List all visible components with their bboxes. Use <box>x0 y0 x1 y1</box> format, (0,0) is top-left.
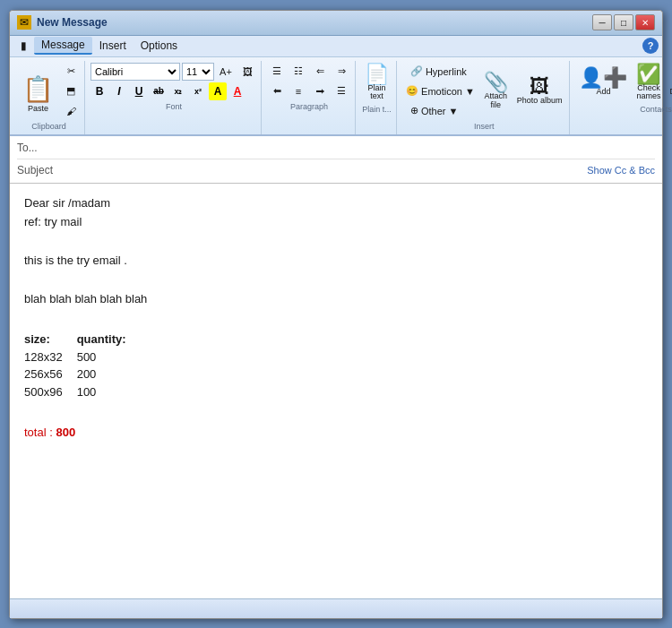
plain-text-group: 📄 Plaintext Plain t... <box>358 61 397 134</box>
qty-cell-2: 200 <box>77 366 141 383</box>
address-area: To... Subject Show Cc & Bcc <box>10 136 662 184</box>
table-row-3: 500x96 100 <box>24 383 141 401</box>
copy-button[interactable]: ⬒ <box>61 82 81 100</box>
subscript-button[interactable]: x₂ <box>169 82 187 100</box>
body-line2: ref: try mail <box>24 213 648 231</box>
paragraph-row1: ☰ ☷ ⇐ ⇒ <box>267 63 351 81</box>
window-controls: ─ □ ✕ <box>592 14 655 30</box>
bold-button[interactable]: B <box>90 82 108 100</box>
status-bar <box>10 598 662 618</box>
numbering-button[interactable]: ☷ <box>289 63 308 81</box>
add-icon: 👤➕ <box>579 68 627 88</box>
insert-group: 🔗 Hyperlink 😊 Emoticon ▼ ⊕ Other ▼ 📎 Att… <box>399 61 570 134</box>
hyperlink-button[interactable]: 🔗 Hyperlink <box>407 63 478 81</box>
quantity-header: quantity: <box>77 331 141 348</box>
size-cell-3: 500x96 <box>24 383 77 401</box>
font-group: Calibri 11 A+ 🖼 B I U ab x₂ x² A A Font <box>87 61 262 134</box>
email-window: ✉ New Message ─ □ ✕ ▮ Message Insert Opt… <box>9 10 663 619</box>
qty-cell-1: 500 <box>77 348 141 366</box>
photo-album-button[interactable]: 🖼 Photo album <box>513 71 566 112</box>
qty-cell-3: 100 <box>77 383 141 401</box>
attach-file-icon: 📎 <box>484 73 508 92</box>
justify-button[interactable]: ☰ <box>332 82 351 100</box>
help-button[interactable]: ? <box>642 38 659 54</box>
check-names-button[interactable]: ✅ Checknames <box>633 63 664 104</box>
insert-row1: 🔗 Hyperlink 😊 Emoticon ▼ ⊕ Other ▼ 📎 Att… <box>402 63 565 120</box>
check-names-icon: ✅ <box>636 65 660 84</box>
body-line4: this is the try email . <box>24 252 648 270</box>
align-right-button[interactable]: ⮕ <box>310 82 330 100</box>
subject-label: Subject <box>17 164 71 176</box>
delivery-button[interactable]: 📬 Delivery <box>666 65 672 100</box>
clipboard-group: 📋 Paste ✂ ⬒ 🖌 Clipboard <box>13 61 85 134</box>
decrease-indent-button[interactable]: ⇐ <box>310 63 330 81</box>
maximize-button[interactable]: □ <box>614 14 633 30</box>
clipboard-label: Clipboard <box>17 122 81 131</box>
options-menu[interactable]: Options <box>134 38 185 54</box>
title-bar: ✉ New Message ─ □ ✕ <box>10 11 662 36</box>
cut-icon: ✂ <box>67 65 75 77</box>
photo-album-icon: 🖼 <box>530 77 549 97</box>
align-center-button[interactable]: ≡ <box>289 82 308 100</box>
file-menu[interactable]: ▮ <box>13 38 34 54</box>
total-line: total : 800 <box>24 424 648 442</box>
add-button[interactable]: 👤➕ Add <box>575 65 631 100</box>
format-painter-button[interactable]: 🖌 <box>61 102 81 120</box>
font-row1: Calibri 11 A+ 🖼 <box>90 63 257 81</box>
align-left-button[interactable]: ⬅ <box>267 82 287 100</box>
size-cell-1: 128x32 <box>24 348 77 366</box>
minimize-button[interactable]: ─ <box>592 14 612 30</box>
font-family-select[interactable]: Calibri <box>90 63 180 81</box>
grow-font-button[interactable]: A+ <box>216 63 236 81</box>
bullets-button[interactable]: ☰ <box>267 63 287 81</box>
paragraph-label: Paragraph <box>267 102 351 111</box>
italic-button[interactable]: I <box>110 82 128 100</box>
table-row-1: 128x32 500 <box>24 348 141 366</box>
paste-button[interactable]: 📋 Paste <box>17 68 59 115</box>
total-label: total : 800 <box>24 426 75 439</box>
font-color-button[interactable]: A <box>228 82 246 100</box>
emoticon-icon: 😊 <box>406 85 418 97</box>
menu-bar: ▮ Message Insert Options ? <box>10 36 662 57</box>
window-title: New Message <box>37 16 592 29</box>
font-group-label: Font <box>90 102 257 111</box>
font-size-select[interactable]: 11 <box>182 63 214 81</box>
increase-indent-button[interactable]: ⇒ <box>332 63 351 81</box>
insert-menu[interactable]: Insert <box>92 38 134 54</box>
paste-label: Paste <box>28 104 48 113</box>
to-row: To... <box>17 138 655 159</box>
picture-insert-button[interactable]: 🖼 <box>237 63 257 81</box>
underline-button[interactable]: U <box>130 82 148 100</box>
message-body[interactable]: Dear sir /madam ref: try mail this is th… <box>10 184 662 598</box>
plain-text-label: Plain t... <box>361 105 392 114</box>
size-table: size: quantity: 128x32 500 256x56 200 50… <box>24 331 141 400</box>
ribbon: 📋 Paste ✂ ⬒ 🖌 Clipboard <box>10 57 662 136</box>
table-row-2: 256x56 200 <box>24 366 141 383</box>
copy-icon: ⬒ <box>66 85 75 97</box>
plain-text-button[interactable]: 📄 Plaintext <box>361 63 392 104</box>
contacts-row: 👤➕ Add ✅ Checknames 📬 Delivery ✏️ Editin… <box>575 63 672 104</box>
message-menu[interactable]: Message <box>34 37 92 55</box>
highlight-button[interactable]: A <box>209 82 227 100</box>
contacts-group: 👤➕ Add ✅ Checknames 📬 Delivery ✏️ Editin… <box>572 61 672 134</box>
body-line6: blah blah blah blah blah <box>24 290 648 308</box>
format-painter-icon: 🖌 <box>66 106 76 116</box>
to-input[interactable] <box>71 140 655 156</box>
strikethrough-button[interactable]: ab <box>150 82 168 100</box>
emoticon-button[interactable]: 😊 Emoticon ▼ <box>402 82 478 100</box>
subject-row: Subject Show Cc & Bcc <box>17 159 655 181</box>
cut-button[interactable]: ✂ <box>61 63 81 81</box>
total-value: 800 <box>56 426 75 439</box>
superscript-button[interactable]: x² <box>189 82 207 100</box>
font-row2: B I U ab x₂ x² A A <box>90 82 257 100</box>
body-line5 <box>24 271 648 289</box>
attach-file-button[interactable]: 📎 Attachfile <box>480 71 512 112</box>
subject-input[interactable] <box>71 162 587 178</box>
file-menu-icon: ▮ <box>21 39 27 52</box>
close-button[interactable]: ✕ <box>635 14 655 30</box>
paragraph-group: ☰ ☷ ⇐ ⇒ ⬅ ≡ ⮕ ☰ Paragraph <box>263 61 356 134</box>
body-line3 <box>24 233 648 251</box>
show-cc-bcc-button[interactable]: Show Cc & Bcc <box>587 165 655 176</box>
other-button[interactable]: ⊕ Other ▼ <box>407 102 478 120</box>
size-header: size: <box>24 331 77 348</box>
